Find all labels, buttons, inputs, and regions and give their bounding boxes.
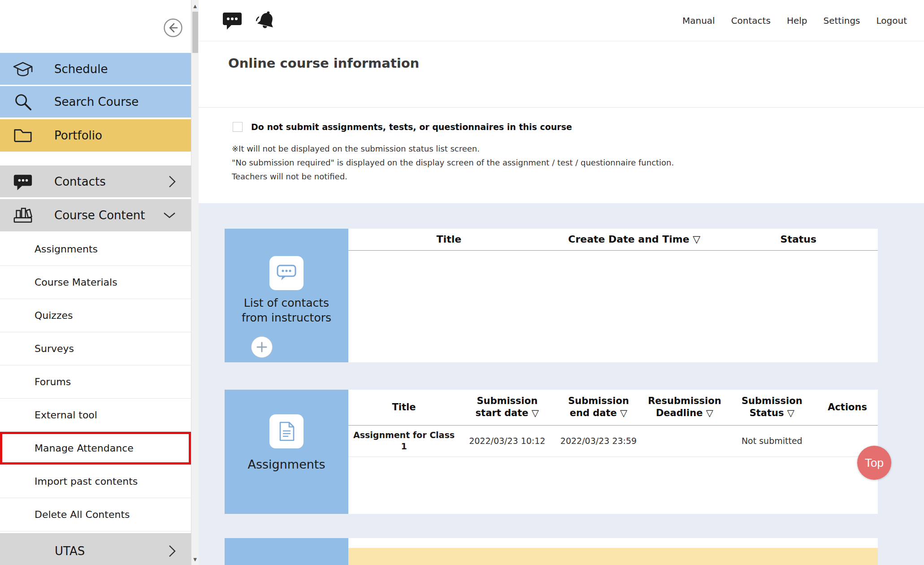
nav-manual[interactable]: Manual bbox=[682, 15, 715, 26]
note-line: Teachers will not be notified. bbox=[232, 170, 674, 183]
notifications-button[interactable] bbox=[254, 9, 277, 32]
sidebar-item-schedule[interactable]: Schedule bbox=[0, 53, 191, 85]
sidebar-item-label: Schedule bbox=[54, 62, 108, 76]
sidebar-collapse-button[interactable] bbox=[163, 18, 183, 38]
books-icon bbox=[12, 204, 34, 226]
contacts-col-title: Title bbox=[348, 229, 550, 250]
sidebar-item-label: UTAS bbox=[55, 544, 85, 558]
checkbox-notes: ※It will not be displayed on the submiss… bbox=[232, 142, 674, 183]
assignment-title[interactable]: Assignment for Class 1 bbox=[348, 425, 460, 456]
nav-help[interactable]: Help bbox=[787, 15, 807, 26]
sidebar-item-surveys[interactable]: Surveys bbox=[0, 332, 191, 365]
page-title: Online course information bbox=[228, 56, 419, 71]
assignments-col-end-sort[interactable]: Submission end date ▽ bbox=[555, 390, 642, 425]
chat-bubble-icon bbox=[12, 170, 34, 193]
messages-button[interactable] bbox=[221, 9, 243, 32]
sidebar-item-contacts[interactable]: Contacts bbox=[0, 165, 191, 197]
assignments-header-row: Title Submission start date ▽ Submission… bbox=[348, 390, 878, 425]
sidebar-item-portfolio[interactable]: Portfolio bbox=[0, 119, 191, 152]
scroll-up-icon[interactable]: ▲ bbox=[191, 1, 199, 11]
sub-item-label: Forums bbox=[35, 376, 71, 387]
assignments-table: Title Submission start date ▽ Submission… bbox=[348, 390, 878, 457]
contacts-col-create-date-sort[interactable]: Create Date and Time ▽ bbox=[550, 229, 719, 250]
assignment-row: Assignment for Class 1 2022/03/23 10:12 … bbox=[348, 425, 878, 456]
assignment-resubmission-deadline bbox=[642, 425, 727, 456]
sidebar-item-course-materials[interactable]: Course Materials bbox=[0, 266, 191, 299]
sidebar: Schedule Search Course Portfolio bbox=[0, 0, 199, 565]
sidebar-item-forums[interactable]: Forums bbox=[0, 365, 191, 399]
assignments-col-title: Title bbox=[348, 390, 460, 425]
next-section-table-area bbox=[348, 538, 878, 565]
note-line: "No submission required" is displayed on… bbox=[232, 156, 674, 170]
topbar: Manual Contacts Help Settings Logout bbox=[199, 0, 924, 41]
assignments-card: Assignments Title Submission start date … bbox=[225, 390, 878, 514]
course-content-submenu: Assignments Course Materials Quizzes Sur… bbox=[0, 233, 191, 531]
chevron-down-icon bbox=[163, 211, 176, 219]
sidebar-item-utas[interactable]: UTAS bbox=[0, 533, 191, 565]
sidebar-item-search-course[interactable]: Search Course bbox=[0, 86, 191, 117]
assignments-card-label: Assignments bbox=[225, 456, 348, 473]
next-section-table-top bbox=[348, 538, 878, 548]
sidebar-item-label: Search Course bbox=[54, 95, 139, 109]
sub-item-label: Manage Attendance bbox=[35, 443, 134, 454]
sidebar-scrollbar[interactable]: ▲ ▼ bbox=[191, 0, 199, 565]
nav-contacts[interactable]: Contacts bbox=[731, 15, 771, 26]
assignment-start-date: 2022/03/23 10:12 bbox=[460, 425, 555, 456]
add-contact-button[interactable] bbox=[251, 336, 273, 358]
assignments-col-resubmission-sort[interactable]: Resubmission Deadline ▽ bbox=[642, 390, 727, 425]
graduation-cap-icon bbox=[12, 58, 34, 80]
nav-logout[interactable]: Logout bbox=[876, 15, 907, 26]
sub-item-label: Import past contents bbox=[35, 476, 138, 487]
assignments-col-actions: Actions bbox=[817, 390, 878, 425]
sidebar-item-delete-all-contents[interactable]: Delete All Contents bbox=[0, 498, 191, 531]
no-submission-checkbox-label: Do not submit assignments, tests, or que… bbox=[251, 122, 572, 132]
assignments-col-status-sort[interactable]: Submission Status ▽ bbox=[727, 390, 817, 425]
chevron-right-icon bbox=[168, 175, 176, 188]
assignment-document-icon bbox=[269, 414, 304, 448]
sidebar-item-label: Portfolio bbox=[54, 129, 102, 142]
next-section-card-side bbox=[225, 538, 348, 565]
assignment-end-date: 2022/03/23 23:59 bbox=[555, 425, 642, 456]
back-arrow-icon bbox=[163, 18, 183, 38]
sidebar-item-import-past-contents[interactable]: Import past contents bbox=[0, 465, 191, 498]
sidebar-item-course-content[interactable]: Course Content bbox=[0, 199, 191, 231]
sub-item-label: Surveys bbox=[35, 343, 74, 354]
note-line: ※It will not be displayed on the submiss… bbox=[232, 142, 674, 156]
sidebar-item-quizzes[interactable]: Quizzes bbox=[0, 299, 191, 332]
scroll-to-top-button[interactable]: Top bbox=[857, 446, 891, 480]
contacts-table: Title Create Date and Time ▽ Status bbox=[348, 229, 878, 251]
sidebar-item-label: Course Content bbox=[54, 209, 145, 222]
assignment-submission-status: Not submitted bbox=[727, 425, 817, 456]
next-section-card bbox=[225, 538, 878, 565]
sub-item-label: External tool bbox=[35, 409, 97, 421]
contacts-bubble-icon bbox=[269, 256, 304, 290]
sub-item-label: Quizzes bbox=[35, 310, 73, 321]
next-section-highlight-row bbox=[348, 548, 878, 565]
sidebar-item-assignments[interactable]: Assignments bbox=[0, 233, 191, 266]
no-submission-setting: Do not submit assignments, tests, or que… bbox=[233, 122, 572, 132]
sub-item-label: Delete All Contents bbox=[35, 509, 130, 520]
assignments-card-side: Assignments bbox=[225, 390, 348, 514]
plus-icon bbox=[256, 341, 268, 353]
contacts-header-row: Title Create Date and Time ▽ Status bbox=[348, 229, 878, 250]
nav-settings[interactable]: Settings bbox=[823, 15, 860, 26]
sidebar-item-manage-attendance[interactable]: Manage Attendance bbox=[0, 432, 191, 465]
folder-icon bbox=[12, 124, 34, 147]
topbar-nav: Manual Contacts Help Settings Logout bbox=[682, 15, 924, 26]
scrollbar-thumb[interactable] bbox=[192, 12, 198, 53]
contacts-col-status: Status bbox=[719, 229, 878, 250]
chevron-right-icon bbox=[168, 544, 176, 558]
bell-icon bbox=[254, 10, 277, 31]
contacts-card-label: List of contacts from instructors bbox=[225, 296, 348, 325]
sub-item-label: Course Materials bbox=[35, 277, 117, 288]
sidebar-item-label: Contacts bbox=[54, 175, 106, 188]
sidebar-item-external-tool[interactable]: External tool bbox=[0, 399, 191, 432]
course-info-panel: Online course information Do not submit … bbox=[199, 41, 924, 203]
assignments-col-start-sort[interactable]: Submission start date ▽ bbox=[460, 390, 555, 425]
scroll-down-icon[interactable]: ▼ bbox=[191, 554, 199, 564]
assignments-table-area: Title Submission start date ▽ Submission… bbox=[348, 390, 878, 514]
search-icon bbox=[12, 91, 34, 113]
contacts-table-area: Title Create Date and Time ▽ Status bbox=[348, 229, 878, 362]
main-area: Manual Contacts Help Settings Logout Onl… bbox=[199, 0, 924, 565]
no-submission-checkbox[interactable] bbox=[233, 122, 243, 132]
